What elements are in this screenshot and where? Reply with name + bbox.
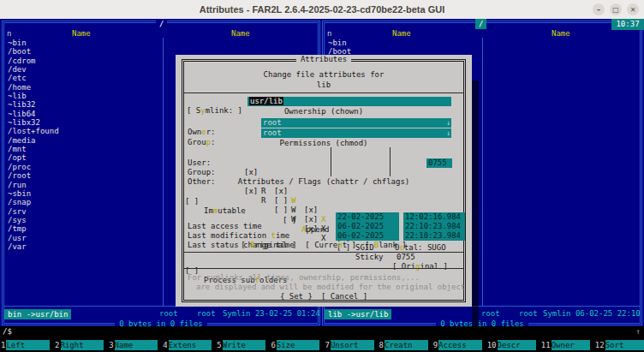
file-item[interactable]: /home	[8, 83, 158, 92]
keybar-item[interactable]: 4Extens	[162, 340, 212, 350]
time-current-button[interactable]: [ Current ]	[305, 241, 356, 250]
keybar-item[interactable]: 2Right	[54, 340, 104, 350]
file-item[interactable]: /var	[8, 242, 158, 251]
close-icon[interactable]: ✕	[627, 3, 639, 15]
last-status-change-row: Last status change time 06-02-2025 22:10…	[176, 231, 472, 241]
last-status-change-time-input[interactable]: 22:10:23.984	[403, 231, 465, 241]
file-item[interactable]: ~sbin	[8, 189, 158, 198]
history-arrow-icon[interactable]: ↓	[446, 128, 450, 138]
file-item[interactable]: ~lib64	[8, 110, 158, 118]
group-input[interactable]: root↓	[261, 128, 451, 138]
keybar-label[interactable]: Size	[277, 340, 320, 350]
keybar-number: 1	[0, 340, 6, 350]
left-panel-path[interactable]: /	[156, 19, 167, 29]
left-name-column-header[interactable]: Name	[72, 29, 91, 38]
right-name-column-header-2[interactable]: Name	[552, 29, 570, 38]
right-selected-file[interactable]: lib ->usr/lib	[325, 309, 391, 319]
right-name-column-header[interactable]: Name	[392, 29, 411, 38]
symlink-input[interactable]: usr/lib	[247, 97, 451, 106]
file-item[interactable]: /root	[8, 171, 158, 180]
file-item[interactable]: ~bin	[8, 39, 158, 47]
set-button[interactable]: { Set }	[280, 292, 313, 301]
file-item[interactable]: /usr	[8, 234, 158, 242]
file-item[interactable]: ~lib	[8, 92, 158, 100]
maximize-icon[interactable]: □	[610, 3, 622, 15]
keybar-label[interactable]: Owner	[552, 340, 590, 350]
file-item[interactable]: /opt	[8, 153, 158, 162]
keybar-label[interactable]: Descr	[498, 340, 536, 350]
keybar-item[interactable]: 6Size	[270, 340, 319, 350]
file-item[interactable]: /dev	[8, 65, 158, 74]
keybar-item[interactable]: 10Descr	[486, 340, 536, 350]
last-access-date-input[interactable]: 22-02-2025	[336, 212, 399, 222]
cancel-button[interactable]: [ Cancel ]	[321, 292, 367, 301]
file-item[interactable]: /snap	[8, 198, 158, 206]
dialog-subtitle: Change file attributes for	[176, 70, 472, 80]
function-key-bar: 1Left2Right3Name4Extens5Write6Size7Unsor…	[0, 337, 644, 352]
keybar-item[interactable]: 7Unsort	[324, 340, 373, 350]
file-item[interactable]: /boot	[8, 47, 158, 56]
process-subfolders-row: [ ] Process subfolders	[176, 257, 472, 266]
file-item[interactable]: /srv	[8, 207, 158, 216]
last-modification-date-input[interactable]: 06-02-2025	[336, 222, 399, 231]
right-status-line: lib ->usr/lib root root Symlin 06-02-25 …	[322, 309, 642, 319]
keybar-item[interactable]: 1Left	[0, 340, 50, 350]
last-status-change-date-input[interactable]: 06-02-2025	[336, 231, 399, 241]
file-item[interactable]: /etc	[8, 74, 158, 82]
file-item[interactable]: /cdrom	[8, 57, 158, 65]
keybar-label[interactable]: Write	[223, 340, 266, 350]
file-item[interactable]: /media	[8, 136, 158, 145]
keybar-label[interactable]: Name	[115, 340, 158, 350]
left-selected-file[interactable]: bin ->usr/bin	[4, 309, 71, 319]
keybar-label[interactable]: Sort	[605, 340, 644, 350]
left-status-owner: root	[159, 309, 178, 319]
file-item[interactable]: /run	[8, 181, 158, 189]
file-item[interactable]: /lost+found	[8, 127, 158, 135]
left-column-divider	[163, 38, 164, 306]
time-header-row: DD-MM-YYYYY hh:mm:ss.ms	[176, 203, 472, 212]
right-panel-path[interactable]: /	[475, 19, 486, 29]
keybar-number: 11	[540, 340, 552, 350]
keybar-number: 8	[379, 340, 385, 350]
keybar-number: 7	[324, 340, 330, 350]
perm-row-user: User: [x] R [x] W [x] X [ ] SUID Octal: …	[176, 149, 472, 158]
title-bar[interactable]: Attributes - FAR2L 2.6.4-2025-02-23-cd70…	[0, 0, 644, 19]
file-item[interactable]: ~lib32	[8, 100, 158, 109]
last-modification-row: Last modification time 06-02-2025 22:10:…	[176, 222, 472, 231]
last-modification-time-input[interactable]: 22:10:23.984	[403, 222, 465, 231]
keybar-label[interactable]: Access	[438, 340, 482, 350]
keybar-item[interactable]: 12Sort	[594, 340, 644, 350]
keybar-label[interactable]: Right	[61, 340, 104, 350]
file-item[interactable]: /mnt	[8, 145, 158, 153]
keybar-label[interactable]: Extens	[169, 340, 212, 350]
owner-input[interactable]: root↓	[261, 118, 451, 128]
time-blank-button[interactable]: [ Blank ]	[365, 241, 407, 250]
history-up-arrow-icon[interactable]: ↑	[636, 326, 641, 337]
history-arrow-icon[interactable]: ↓	[446, 118, 450, 128]
file-item[interactable]: /proc	[8, 163, 158, 171]
keybar-item[interactable]: 9Access	[432, 340, 482, 350]
keybar-label[interactable]: Unsort	[331, 340, 374, 350]
keybar-item[interactable]: 11Owner	[540, 340, 590, 350]
minimize-icon[interactable]: –	[593, 3, 605, 15]
keybar-label[interactable]: Creatn	[385, 340, 428, 350]
ownership-section-label: Ownership (chown)	[176, 107, 472, 116]
left-name-column-header-2[interactable]: Name	[231, 29, 250, 38]
keybar-item[interactable]: 8Creatn	[379, 340, 428, 350]
file-item[interactable]: /tmp	[8, 224, 158, 233]
attributes-dialog: Attributes Change file attributes for li…	[176, 55, 472, 307]
file-item[interactable]: ~bin	[328, 39, 478, 47]
octal-input[interactable]: 0755	[426, 158, 452, 168]
keybar-item[interactable]: 5Write	[216, 340, 265, 350]
right-status-group: root	[519, 309, 538, 319]
console: n Name Name / ~bin/boot/cdrom/dev/etc/ho…	[0, 19, 644, 326]
last-access-time-input[interactable]: 12:02:16.984	[403, 212, 465, 222]
keybar-label[interactable]: Left	[6, 340, 50, 350]
file-item[interactable]: ~libx32	[8, 118, 158, 127]
command-line[interactable]: /$ ↑	[0, 326, 644, 337]
right-column-divider	[482, 38, 483, 306]
keybar-item[interactable]: 3Name	[108, 340, 158, 350]
time-original-button[interactable]: [ Original ]	[241, 241, 296, 250]
file-item[interactable]: /sys	[8, 216, 158, 224]
dialog-title: Attributes	[176, 55, 472, 64]
